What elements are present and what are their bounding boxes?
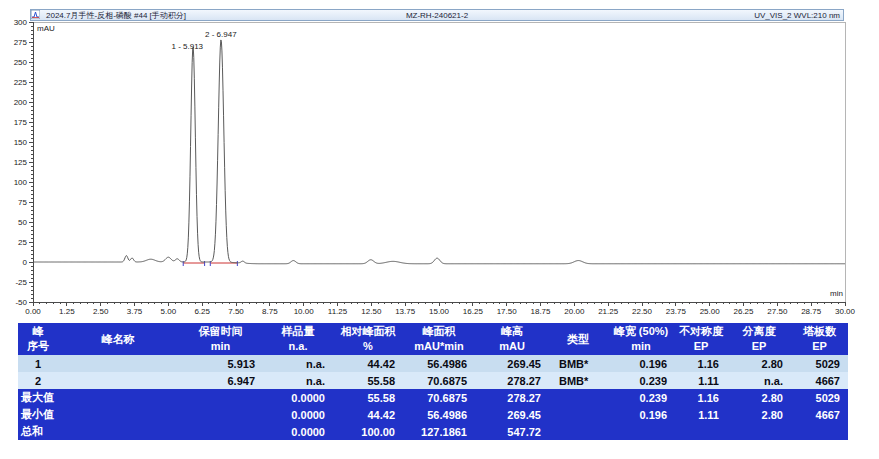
table-cell: 1.16 <box>675 355 727 372</box>
table-cell <box>58 372 178 389</box>
svg-text:1.25: 1.25 <box>59 307 75 316</box>
svg-text:8.75: 8.75 <box>262 307 278 316</box>
svg-text:7.50: 7.50 <box>228 307 244 316</box>
summary-row[interactable]: 总和0.0000100.00127.1861547.72 <box>18 423 848 440</box>
table-cell: 56.4986 <box>403 406 475 423</box>
svg-text:125: 125 <box>14 158 28 167</box>
table-header-row: 峰序号峰名称保留时间min样品量n.a.相对峰面积%峰面积mAU*min峰高mA… <box>18 323 848 355</box>
svg-text:-50: -50 <box>15 298 27 307</box>
y-axis-unit: mAU <box>37 24 55 33</box>
table-cell: 55.58 <box>333 389 403 406</box>
summary-row[interactable]: 最小值0.000044.4256.4986269.450.1961.112.80… <box>18 406 848 423</box>
svg-text:50: 50 <box>18 218 27 227</box>
table-cell: 2.80 <box>727 355 791 372</box>
table-row[interactable]: 15.913n.a.44.4256.4986269.45BMB*0.1961.1… <box>18 355 848 372</box>
header-cell: 不对称度EP <box>675 323 727 355</box>
table-cell: BMB* <box>549 372 607 389</box>
table-cell: 278.27 <box>475 372 549 389</box>
table-cell: 547.72 <box>475 423 549 440</box>
svg-text:100: 100 <box>14 178 28 187</box>
channel-label: UV_VIS_2 WVL:210 nm <box>754 11 840 20</box>
header-cell: 峰高mAU <box>475 323 549 355</box>
report-view: -50-250255075100125150175200225250275300… <box>0 0 879 459</box>
table-cell: 0.0000 <box>263 389 333 406</box>
header-cell: 相对峰面积% <box>333 323 403 355</box>
table-cell: 0.196 <box>607 406 675 423</box>
table-cell: 278.27 <box>475 389 549 406</box>
table-cell: 100.00 <box>333 423 403 440</box>
svg-text:150: 150 <box>14 138 28 147</box>
chromatogram-panel: -50-250255075100125150175200225250275300… <box>0 0 879 318</box>
svg-text:2.50: 2.50 <box>93 307 109 316</box>
table-row[interactable]: 26.947n.a.55.5870.6875278.27BMB*0.2391.1… <box>18 372 848 389</box>
header-cell: 类型 <box>549 323 607 355</box>
table-cell: 0.239 <box>607 389 675 406</box>
table-cell: 2 <box>18 372 58 389</box>
table-cell <box>58 355 178 372</box>
svg-text:6.25: 6.25 <box>194 307 210 316</box>
signal-icon <box>34 11 43 20</box>
svg-text:17.50: 17.50 <box>497 307 518 316</box>
table-cell <box>549 406 607 423</box>
svg-text:22.50: 22.50 <box>632 307 653 316</box>
header-cell: 峰宽 (50%)min <box>607 323 675 355</box>
chromatogram-plot[interactable]: -50-250255075100125150175200225250275300… <box>0 0 879 318</box>
svg-text:25.00: 25.00 <box>700 307 721 316</box>
svg-text:2 - 6.947: 2 - 6.947 <box>205 30 237 39</box>
table-cell <box>791 423 848 440</box>
svg-text:-25: -25 <box>15 278 27 287</box>
x-axis-unit: min <box>830 289 843 298</box>
peak-label: 2 - 6.947 <box>205 30 237 39</box>
svg-text:12.50: 12.50 <box>361 307 382 316</box>
table-cell: 269.45 <box>475 406 549 423</box>
svg-text:26.25: 26.25 <box>733 307 754 316</box>
svg-text:10.00: 10.00 <box>294 307 315 316</box>
svg-text:75: 75 <box>18 198 27 207</box>
table-cell: 0.0000 <box>263 406 333 423</box>
svg-text:16.25: 16.25 <box>463 307 484 316</box>
summary-label: 最大值 <box>18 389 263 406</box>
summary-label: 总和 <box>18 423 263 440</box>
table-cell: 2.80 <box>727 389 791 406</box>
injection-title: 2024.7月手性-反相-磷酸 #44 [手动积分] <box>46 10 186 21</box>
tick-labels: -50-250255075100125150175200225250275300… <box>14 18 856 316</box>
svg-text:3.75: 3.75 <box>127 307 143 316</box>
header-cell: 峰名称 <box>58 323 178 355</box>
table-cell <box>727 423 791 440</box>
table-cell <box>607 423 675 440</box>
table-cell: 4667 <box>791 406 848 423</box>
table-cell: 269.45 <box>475 355 549 372</box>
table-cell: 6.947 <box>178 372 263 389</box>
svg-text:175: 175 <box>14 118 28 127</box>
table-cell <box>675 423 727 440</box>
table-cell <box>549 389 607 406</box>
results-table: 峰序号峰名称保留时间min样品量n.a.相对峰面积%峰面积mAU*min峰高mA… <box>18 323 848 440</box>
svg-text:11.25: 11.25 <box>328 307 348 316</box>
summary-label: 最小值 <box>18 406 263 423</box>
peak-label: 1 - 5.913 <box>171 42 203 51</box>
svg-text:1 - 5.913: 1 - 5.913 <box>171 42 203 51</box>
svg-text:30.00: 30.00 <box>835 307 856 316</box>
svg-text:0.00: 0.00 <box>25 307 41 316</box>
svg-text:20.00: 20.00 <box>564 307 585 316</box>
header-cell: 塔板数EP <box>791 323 848 355</box>
table-cell: 0.239 <box>607 372 675 389</box>
svg-text:18.75: 18.75 <box>530 307 551 316</box>
table-cell: 127.1861 <box>403 423 475 440</box>
header-cell: 峰序号 <box>18 323 58 355</box>
svg-text:0: 0 <box>23 258 28 267</box>
svg-text:5.00: 5.00 <box>161 307 177 316</box>
table-cell: 1.16 <box>675 389 727 406</box>
header-cell: 保留时间min <box>178 323 263 355</box>
svg-text:27.50: 27.50 <box>767 307 788 316</box>
table-cell: 4667 <box>791 372 848 389</box>
svg-text:300: 300 <box>14 18 28 27</box>
header-cell: 样品量n.a. <box>263 323 333 355</box>
table-cell: n.a. <box>727 372 791 389</box>
table-cell: 0.0000 <box>263 423 333 440</box>
svg-text:mAU: mAU <box>37 24 55 33</box>
table-cell: 5.913 <box>178 355 263 372</box>
svg-text:21.25: 21.25 <box>598 307 619 316</box>
table-cell: 44.42 <box>333 355 403 372</box>
summary-row[interactable]: 最大值0.000055.5870.6875278.270.2391.162.80… <box>18 389 848 406</box>
